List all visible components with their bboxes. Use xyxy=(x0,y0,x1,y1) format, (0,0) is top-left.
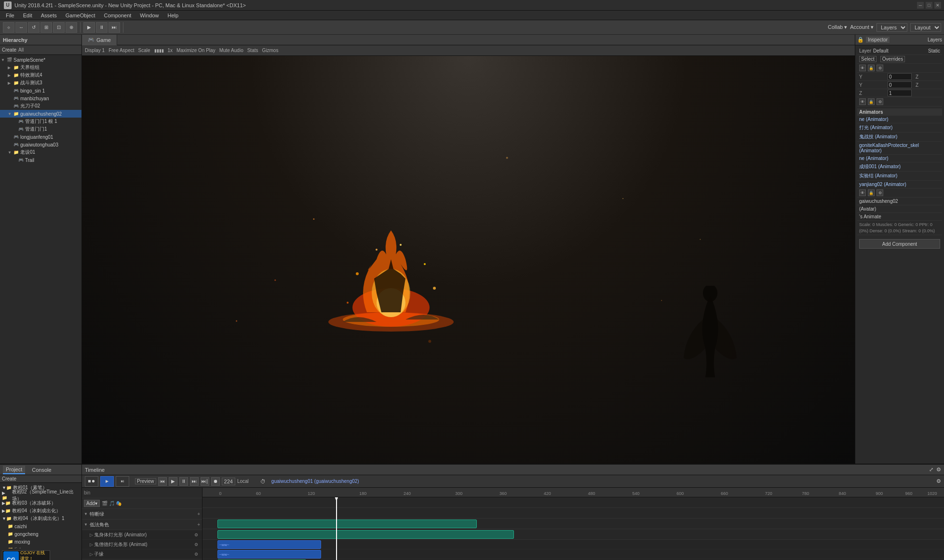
hand-tool[interactable]: ⟐ xyxy=(3,22,14,33)
tl-track-0[interactable]: ▼ 特断绿 + xyxy=(82,509,202,520)
lock-toggle-3[interactable]: 🔒 xyxy=(868,189,875,196)
tl-record[interactable]: ⏺ xyxy=(211,477,220,486)
rect-tool[interactable]: ⊡ xyxy=(53,22,65,33)
tl-preview[interactable]: Preview xyxy=(135,478,156,484)
play-button[interactable]: ▶ xyxy=(83,22,95,33)
tl-prev-frame[interactable]: ⏮ xyxy=(158,477,167,486)
tl-icon-2[interactable]: ▶ xyxy=(100,476,114,487)
project-item-gongcheng[interactable]: 📁 gongcheng xyxy=(0,530,81,538)
hierarchy-item-11[interactable]: ▼ 📁 老设01 xyxy=(0,148,81,156)
component-5[interactable]: 成绩001 (Animator) xyxy=(857,162,942,172)
tl-settings-btn[interactable]: ⚙ xyxy=(936,478,941,484)
project-item-1[interactable]: ▶📁 教程02（SimpleTime_Line出场） xyxy=(0,492,81,499)
component-2[interactable]: 鬼战技 (Animator) xyxy=(857,133,942,142)
menu-window[interactable]: Window xyxy=(136,12,162,19)
component-3[interactable]: goniteKallashProtector_skel (Animator) xyxy=(857,142,942,155)
menu-component[interactable]: Component xyxy=(100,12,135,19)
tl-sub-settings-2[interactable]: ⚙ xyxy=(194,542,198,547)
project-item-3[interactable]: ▶📁 教程04（冰刺成出化） xyxy=(0,507,81,515)
tl-clip-sub-1[interactable]: ~ww~ xyxy=(217,550,321,559)
eye-toggle-2[interactable]: 👁 xyxy=(859,98,866,105)
rotate-tool[interactable]: ↺ xyxy=(28,22,40,33)
scale-y-field[interactable] xyxy=(888,81,912,88)
timeline-expand[interactable]: ⤢ xyxy=(929,467,933,473)
menu-help[interactable]: Help xyxy=(163,12,182,19)
tl-pause[interactable]: ⏸ xyxy=(179,477,188,486)
tl-icon-3[interactable]: ⏯ xyxy=(116,476,129,487)
hierarchy-item-5[interactable]: 🎮 光刀子02 xyxy=(0,102,81,110)
component-0[interactable]: ne (Animator) xyxy=(857,116,942,123)
tl-end[interactable]: ⏭| xyxy=(201,477,209,486)
timeline-tab-label[interactable]: Timeline xyxy=(85,467,105,473)
tl-track-1[interactable]: ▼ 低法角色 + xyxy=(82,520,202,530)
menu-file[interactable]: File xyxy=(2,12,18,19)
menu-assets[interactable]: Assets xyxy=(37,12,61,19)
settings-toggle[interactable]: ⚙ xyxy=(877,65,883,71)
component-4[interactable]: ne (Animator) xyxy=(857,155,942,162)
tl-track-add-1[interactable]: + xyxy=(197,522,200,527)
tl-sub-settings[interactable]: ⚙ xyxy=(194,533,198,537)
pos-y-field[interactable] xyxy=(888,73,912,80)
hierarchy-item-0[interactable]: ▶ 📁 天界组组 xyxy=(0,64,81,71)
tl-clip-0[interactable] xyxy=(217,520,477,528)
scale-slider[interactable]: ▮▮▮▮ xyxy=(154,48,164,53)
scale-z2-field[interactable] xyxy=(888,90,912,96)
mute-audio[interactable]: Mute Audio xyxy=(219,48,243,53)
maximize-on-play[interactable]: Maximize On Play xyxy=(176,48,216,53)
aspect-selector[interactable]: Free Aspect xyxy=(108,48,134,53)
menu-edit[interactable]: Edit xyxy=(19,12,36,19)
hierarchy-item-9[interactable]: 🎮 longjuanfeng01 xyxy=(0,133,81,141)
menu-gameobject[interactable]: GameObject xyxy=(62,12,99,19)
hierarchy-item-10[interactable]: 🎮 guaiwutonghua03 xyxy=(0,141,81,148)
project-item-tietu[interactable]: 📁 tietu xyxy=(0,546,81,548)
component-6[interactable]: 实验结 (Animator) xyxy=(857,172,942,181)
scale-tool[interactable]: ⊞ xyxy=(40,22,52,33)
game-tab[interactable]: 🎮 Game xyxy=(82,35,117,45)
eye-toggle-3[interactable]: 👁 xyxy=(859,189,866,196)
tl-sub-settings-3[interactable]: ⚙ xyxy=(194,552,198,557)
settings-toggle-2[interactable]: ⚙ xyxy=(877,98,883,105)
gizmos-btn[interactable]: Gizmos xyxy=(262,48,279,53)
hierarchy-create[interactable]: Create xyxy=(2,47,16,53)
tl-icon-1[interactable]: ⏹⏺ xyxy=(85,476,98,487)
maximize-button[interactable]: □ xyxy=(926,2,932,9)
project-create[interactable]: Create xyxy=(2,476,16,481)
tl-add-btn[interactable]: Add▾ xyxy=(84,500,100,507)
eye-toggle[interactable]: 👁 xyxy=(859,65,866,71)
timeline-playhead[interactable] xyxy=(336,497,337,560)
move-tool[interactable]: ↔ xyxy=(15,22,27,33)
transform-tool[interactable]: ⊕ xyxy=(66,22,77,33)
layers-dropdown[interactable]: Layers xyxy=(877,23,907,32)
project-tab[interactable]: Project xyxy=(3,466,25,474)
project-item-4[interactable]: ▼📁 教程04（冰刺成出化）1 xyxy=(0,515,81,522)
hierarchy-item-8[interactable]: 🎮 管道门门1 xyxy=(0,125,81,133)
overrides-label[interactable]: Overrides xyxy=(880,56,905,62)
inspector-tab-inspector[interactable]: Inspector xyxy=(866,37,890,43)
close-button[interactable]: ✕ xyxy=(934,2,941,9)
lock-toggle[interactable]: 🔒 xyxy=(868,65,875,71)
tl-track-sub-2[interactable]: ▷ 子缘 ⚙ xyxy=(82,549,202,559)
hierarchy-all[interactable]: All xyxy=(18,47,24,53)
component-7[interactable]: yanjiang02 (Animator) xyxy=(857,181,942,188)
select-label[interactable]: Select xyxy=(859,56,877,62)
hierarchy-item-4[interactable]: 🎮 manbizhuyan xyxy=(0,94,81,102)
tl-next-frame[interactable]: ⏭ xyxy=(190,477,199,486)
hierarchy-item-7[interactable]: 🎮 管道门门1 根 1 xyxy=(0,118,81,125)
tl-play[interactable]: ▶ xyxy=(169,477,177,486)
hierarchy-item-3[interactable]: 🎮 bingo_sin 1 xyxy=(0,87,81,94)
tl-track-sub-0[interactable]: ▷ 鬼身体灯光形 (Animator) ⚙ xyxy=(82,530,202,540)
tl-frame-display[interactable]: 224 xyxy=(222,478,235,485)
display-selector[interactable]: Display 1 xyxy=(85,48,105,53)
add-component-button[interactable]: Add Component xyxy=(859,239,940,249)
scene-root[interactable]: ▼ 🎬 SampleScene* xyxy=(0,56,81,64)
timeline-settings[interactable]: ⚙ xyxy=(936,467,941,473)
hierarchy-item-guaiwu[interactable]: ▼ 📁 guaiwuchusheng02 xyxy=(0,110,81,118)
layout-dropdown[interactable]: Layout xyxy=(910,23,941,32)
hierarchy-item-2[interactable]: ▶ 📁 战斗测试3 xyxy=(0,79,81,87)
step-button[interactable]: ⏭ xyxy=(108,22,120,33)
console-tab[interactable]: Console xyxy=(29,466,54,474)
hierarchy-item-12[interactable]: 🎮 Trail xyxy=(0,156,81,164)
tl-track-sub-1[interactable]: ▷ 鬼僧德灯光条形 (Animat) ⚙ xyxy=(82,540,202,549)
project-item-moxing[interactable]: 📁 moxing xyxy=(0,538,81,546)
tl-clip-1[interactable] xyxy=(217,530,514,539)
